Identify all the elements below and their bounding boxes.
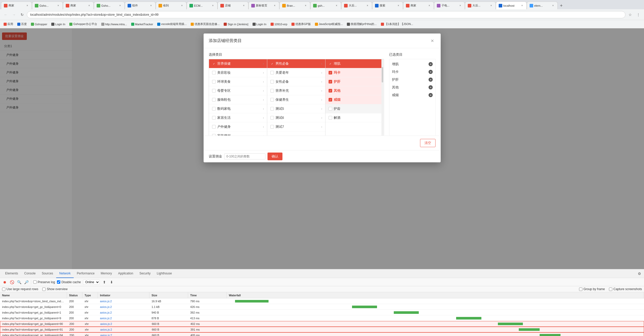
devtools-tab-elements[interactable]: Elements — [2, 269, 21, 278]
bookmark-gshopper-office[interactable]: Gshopper办公平台 — [68, 22, 98, 27]
new-tab-button[interactable]: + — [558, 2, 565, 9]
cat-item-maka[interactable]: ✓ 玛卡 — [325, 68, 383, 77]
group-by-frame-checkbox[interactable] — [579, 288, 582, 291]
tab-close-3[interactable]: × — [87, 4, 91, 7]
tab-7[interactable]: ECM... × — [187, 2, 218, 9]
tab-16[interactable]: 大后... × — [465, 2, 496, 9]
cat-item-jiejiu[interactable]: 解酒 — [325, 113, 383, 122]
remove-zengjin-button[interactable]: ✕ — [429, 62, 433, 66]
tab-close-6[interactable]: × — [180, 4, 184, 7]
tab-15[interactable]: 子电... × — [434, 2, 465, 9]
remove-qita-button[interactable]: ✕ — [429, 85, 433, 89]
tab-3[interactable]: 商家 × — [63, 2, 94, 9]
cat-item-hugan[interactable]: ✓ 护肝 — [325, 77, 383, 86]
remove-hugan-button[interactable]: ✕ — [429, 78, 433, 82]
confirm-button[interactable]: 确认 — [267, 153, 282, 160]
clear-log-button[interactable]: 🚫 — [9, 280, 14, 285]
cat-item-shuma[interactable]: 数码家电 › — [209, 104, 267, 113]
cat-item-huwai[interactable]: 户外健身 › — [209, 122, 267, 131]
show-overview-checkbox[interactable] — [42, 288, 46, 291]
scrollbar-col3[interactable] — [381, 59, 383, 136]
commission-input[interactable] — [224, 153, 265, 159]
address-bar[interactable]: localhost/admin/modules/shop/index.php?a… — [27, 11, 625, 18]
cat-item-test7[interactable]: 测试7 › — [267, 122, 325, 131]
devtools-tab-performance[interactable]: Performance — [74, 269, 98, 278]
bookmark-gshopper[interactable]: Gshopper — [29, 22, 49, 26]
tab-close-2[interactable]: × — [56, 4, 60, 7]
tab-11[interactable]: gsh... × — [310, 2, 341, 9]
tab-close-10[interactable]: × — [304, 4, 307, 7]
devtools-tab-sources[interactable]: Sources — [39, 269, 56, 278]
preserve-log-checkbox[interactable] — [33, 280, 37, 284]
devtools-tab-console[interactable]: Console — [21, 269, 39, 278]
record-button[interactable]: ⏺ — [2, 280, 7, 285]
capture-screenshots-checkbox[interactable] — [609, 288, 612, 291]
bookmark-json[interactable]: 【1条消息】【JSON... — [379, 22, 415, 27]
cat-item-nvxing[interactable]: 女性必备 › — [267, 77, 325, 86]
bookmark-login2[interactable]: Login In — [251, 22, 268, 26]
throttle-select[interactable]: Online — [83, 280, 100, 285]
net-row-3[interactable]: index.php?act=store&op=get_gc_list&paren… — [0, 310, 644, 315]
bookmark-erp[interactable]: 10910-erp — [269, 22, 289, 26]
search-button[interactable]: 🔎 — [24, 280, 29, 285]
tab-close-9[interactable]: × — [273, 4, 277, 7]
tab-close-14[interactable]: × — [428, 4, 431, 7]
bookmark-gp[interactable]: 优惠券GP版 — [290, 22, 312, 27]
filter-button[interactable]: 🔍 — [16, 280, 22, 285]
bookmark-markettracker[interactable]: MarketTracker — [130, 22, 155, 26]
cat-item-zengjin[interactable]: ✓ 增肌 — [325, 59, 383, 68]
net-row-5[interactable]: index.php?act=store&op=get_gc_list&paren… — [0, 321, 644, 327]
tab-close-11[interactable]: × — [335, 4, 338, 7]
tab-18[interactable]: elem... × — [527, 2, 558, 9]
tab-close-13[interactable]: × — [397, 4, 400, 7]
cat-item-test5[interactable]: 测试5 › — [267, 104, 325, 113]
cat-item-guanai[interactable]: 关爱老年 › — [267, 68, 325, 77]
tab-close-1[interactable]: × — [26, 4, 29, 7]
cat-item-jiazhuang[interactable]: 家装建材 › — [209, 131, 267, 136]
tab-9[interactable]: 新标签页 × — [248, 2, 279, 9]
devtools-tab-memory[interactable]: Memory — [98, 269, 115, 278]
forward-button[interactable]: → — [10, 11, 18, 18]
cat-item-jiyan[interactable]: ✓ 戒烟 — [325, 95, 383, 104]
devtools-settings-button[interactable]: ⚙ — [637, 271, 642, 276]
tab-close-4[interactable]: × — [118, 4, 122, 7]
clear-button[interactable]: 清空 — [420, 139, 436, 147]
cat-item-meishi[interactable]: 环球美食 › — [209, 77, 267, 86]
net-row-6[interactable]: index.php?act=store&op=get_gc_list&paren… — [0, 327, 644, 332]
net-row-7[interactable]: index.php?act=store&op=get_gc_list&paren… — [0, 332, 644, 336]
cat-item-jiaju[interactable]: 家居生活 › — [209, 113, 267, 122]
remove-maka-button[interactable]: ✕ — [429, 70, 433, 74]
tab-10[interactable]: Bran... × — [279, 2, 310, 9]
tab-12[interactable]: 大后... × — [341, 2, 372, 9]
bookmark-apps[interactable]: 应用 — [2, 22, 15, 27]
tab-5[interactable]: 组件 × — [125, 2, 156, 9]
cat-item-nanxing[interactable]: ✓ 男性必备 › — [267, 59, 325, 68]
tab-8[interactable]: 店铺 × — [218, 2, 248, 9]
tab-1[interactable]: 商家 × — [1, 2, 32, 9]
bookmark-jenkins[interactable]: Sign in [Jenkins] — [222, 22, 250, 26]
cat-item-fushi[interactable]: 服饰鞋包 › — [209, 95, 267, 104]
use-large-rows-label[interactable]: Use large request rows — [2, 287, 38, 291]
net-row-4[interactable]: index.php?act=store&op=get_gc_list&paren… — [0, 315, 644, 321]
net-row-2[interactable]: index.php?act=store&op=get_gc_list&paren… — [0, 304, 644, 310]
show-overview-label[interactable]: Show overview — [42, 287, 68, 291]
tab-close-8[interactable]: × — [242, 4, 246, 7]
tab-14[interactable]: 商家 × — [403, 2, 434, 9]
cat-item-baojian[interactable]: 保健养生 › — [267, 95, 325, 104]
tab-close-16[interactable]: × — [489, 4, 493, 7]
tab-6[interactable]: 收到 × — [156, 2, 187, 9]
tab-close-18[interactable]: × — [551, 4, 555, 7]
devtools-tab-application[interactable]: Application — [115, 269, 136, 278]
cat-item-test6[interactable]: 测试6 › — [267, 113, 325, 122]
devtools-tab-security[interactable]: Security — [136, 269, 154, 278]
disable-cache-label[interactable]: Disable cache — [57, 280, 81, 284]
remove-jiyan-button[interactable]: ✕ — [429, 93, 433, 97]
bookmark-login1[interactable]: Login In — [50, 22, 67, 26]
tab-2[interactable]: Gsho... × — [32, 2, 63, 9]
cat-item-yangzheng[interactable]: ✓ 营养保健 › — [209, 59, 267, 68]
cat-item-muying[interactable]: 母婴专区 › — [209, 86, 267, 95]
tab-close-17[interactable]: × — [520, 4, 524, 7]
bookmark-coupon[interactable]: 优惠券页面信息修... — [189, 22, 221, 27]
tab-close-7[interactable]: × — [211, 4, 215, 7]
import-har-button[interactable]: ⬆ — [102, 280, 107, 285]
